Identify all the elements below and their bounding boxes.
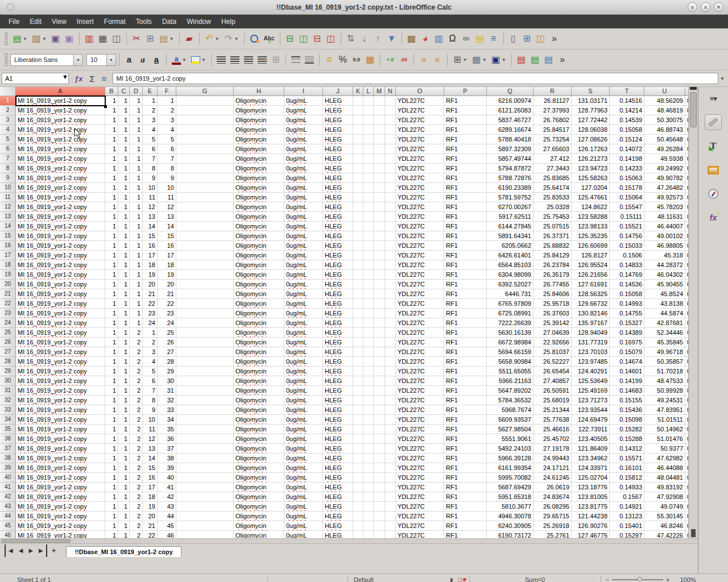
column-header-B[interactable]: B (105, 87, 118, 96)
cell-O28[interactable]: YDL227C (396, 357, 444, 367)
column-header-N[interactable]: N (385, 87, 396, 96)
cell-F3[interactable]: 3 (158, 115, 176, 125)
cell-P15[interactable]: RF1 (444, 231, 487, 241)
delete-columns-button[interactable]: ◫ (325, 32, 337, 45)
row-header-35[interactable]: 35 (0, 425, 16, 434)
cell-M46[interactable] (374, 531, 385, 538)
cell-L21[interactable] (363, 289, 374, 299)
cell-J44[interactable]: HLEG (323, 512, 353, 521)
pivot-table-button[interactable]: ▥ (433, 32, 445, 45)
cell-C2[interactable]: 1 (118, 106, 130, 115)
cell-S44[interactable]: 121.44238 (572, 512, 610, 521)
cell-R37[interactable]: 27.19178 (533, 444, 572, 454)
cell-L16[interactable] (363, 241, 374, 251)
cell-R13[interactable]: 25.75453 (533, 212, 572, 222)
cell-R33[interactable]: 25.21344 (533, 405, 572, 415)
cell-I40[interactable]: 0ug/mL (284, 473, 323, 483)
cell-O35[interactable]: YDL227C (396, 425, 444, 434)
cell-T35[interactable]: 0.15282 (610, 425, 644, 434)
paste-dropdown-icon[interactable]: ▼ (169, 36, 174, 41)
cell-C43[interactable]: 1 (118, 502, 130, 512)
new-spreadsheet-button[interactable]: ▤▼ (11, 32, 29, 45)
cell-H13[interactable]: Oligomycin (234, 212, 284, 222)
undo-dropdown-icon[interactable]: ▼ (215, 36, 220, 41)
cell-C3[interactable]: 1 (118, 115, 130, 125)
function-wizard-button[interactable]: ƒx (75, 74, 82, 83)
cell-N27[interactable] (385, 347, 396, 357)
cell-R8[interactable]: 27.3443 (533, 164, 572, 173)
cell-U11[interactable]: 49.92573 (644, 193, 685, 202)
cell-H28[interactable]: Oligomycin (234, 357, 284, 367)
column-header-L[interactable]: L (363, 87, 374, 96)
cell-Q38[interactable]: 5966.39128 (487, 454, 533, 463)
cell-H36[interactable]: Oligomycin (234, 434, 284, 444)
cell-K14[interactable] (353, 222, 363, 231)
cell-J35[interactable]: HLEG (323, 425, 353, 434)
cell-C18[interactable]: 1 (118, 260, 130, 270)
cell-F31[interactable]: 31 (158, 386, 176, 396)
cell-T26[interactable]: 0.16975 (610, 338, 644, 347)
cell-G23[interactable] (176, 309, 234, 318)
cell-Q36[interactable]: 5551.9061 (487, 434, 533, 444)
cell-A20[interactable]: MI 16_0919_yor1-2 copy (16, 280, 105, 289)
cell-N9[interactable] (385, 173, 396, 183)
cell-A5[interactable]: MI 16_0919_yor1-2 copy (16, 135, 105, 144)
border-style-button[interactable]: ▦▼ (470, 53, 489, 66)
cell-D19[interactable]: 1 (130, 270, 143, 280)
cell-B7[interactable]: 1 (105, 154, 118, 164)
cell-O27[interactable]: YDL227C (396, 347, 444, 357)
cell-R3[interactable]: 26.76802 (533, 115, 572, 125)
cell-G14[interactable] (176, 222, 234, 231)
cell-O40[interactable]: YDL227C (396, 473, 444, 483)
cell-O7[interactable]: YDL227C (396, 154, 444, 164)
print-button[interactable]: ▦ (97, 32, 109, 45)
autofilter-button[interactable]: ▼ (386, 32, 398, 45)
cell-F27[interactable]: 27 (158, 347, 176, 357)
cell-L11[interactable] (363, 193, 374, 202)
cell-H43[interactable]: Oligomycin (234, 502, 284, 512)
cell-S14[interactable]: 123.98133 (572, 222, 610, 231)
cell-C22[interactable]: 1 (118, 299, 130, 309)
cell-K15[interactable] (353, 231, 363, 241)
cell-A10[interactable]: MI 16_0919_yor1-2 copy (16, 183, 105, 193)
cell-E14[interactable]: 14 (143, 222, 158, 231)
cell-A46[interactable]: MI 16_0919_yor1-2 copy (16, 531, 105, 538)
cell-K18[interactable] (353, 260, 363, 270)
cell-F12[interactable]: 12 (158, 202, 176, 212)
cell-B15[interactable]: 1 (105, 231, 118, 241)
cell-T37[interactable]: 0.14312 (610, 444, 644, 454)
cell-U46[interactable]: 47.42226 (644, 531, 685, 538)
cell-P24[interactable]: RF1 (444, 318, 487, 328)
column-header-T[interactable]: T (610, 87, 644, 96)
cell-N29[interactable] (385, 367, 396, 376)
cell-E16[interactable]: 16 (143, 241, 158, 251)
cell-F13[interactable]: 13 (158, 212, 176, 222)
insert-comment-button[interactable]: ▤ (474, 32, 486, 45)
cell-B4[interactable]: 1 (105, 125, 118, 135)
close-button[interactable]: ✕ (714, 2, 723, 12)
cell-I12[interactable]: 0ug/mL (284, 202, 323, 212)
cell-J32[interactable]: HLEG (323, 396, 353, 405)
cell-R43[interactable]: 26.08295 (533, 502, 572, 512)
cell-T30[interactable]: 0.14199 (610, 376, 644, 386)
insert-chart-button[interactable]: ◕ (419, 32, 432, 45)
cell-M36[interactable] (374, 434, 385, 444)
cell-T16[interactable]: 0.15033 (610, 241, 644, 251)
cell-O23[interactable]: YDL227C (396, 309, 444, 318)
cell-G33[interactable] (176, 405, 234, 415)
cell-H3[interactable]: Oligomycin (234, 115, 284, 125)
cell-U21[interactable]: 45.8524 (644, 289, 685, 299)
cell-N36[interactable] (385, 434, 396, 444)
cell-L27[interactable] (363, 347, 374, 357)
cell-N20[interactable] (385, 280, 396, 289)
cell-J40[interactable]: HLEG (323, 473, 353, 483)
cell-U42[interactable]: 47.92908 (644, 492, 685, 502)
conditional-formatting-1-button[interactable]: ▤ (515, 53, 528, 66)
cell-C38[interactable]: 1 (118, 454, 130, 463)
delete-decimal-button[interactable]: .00 (398, 53, 410, 66)
cell-E18[interactable]: 18 (143, 260, 158, 270)
cell-A17[interactable]: MI 16_0919_yor1-2 copy (16, 251, 105, 260)
insert-mode-icon[interactable]: ▮ (448, 577, 456, 582)
cell-N11[interactable] (385, 193, 396, 202)
row-header-25[interactable]: 25 (0, 328, 16, 338)
